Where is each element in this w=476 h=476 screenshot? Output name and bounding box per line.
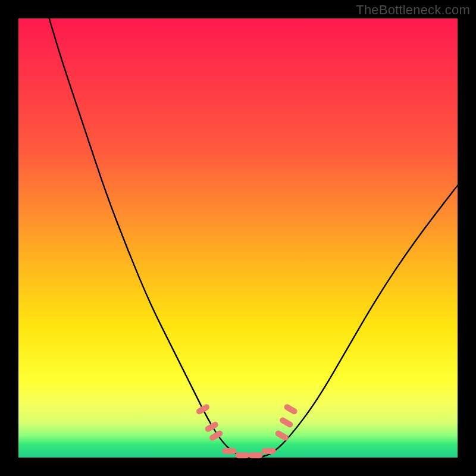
highlight-dot xyxy=(195,403,211,415)
highlight-dot xyxy=(274,430,290,442)
highlight-dot xyxy=(278,416,294,429)
highlight-dot xyxy=(222,448,236,454)
highlight-dot xyxy=(283,403,299,415)
bottleneck-curve xyxy=(49,18,458,458)
plot-area xyxy=(18,18,458,458)
chart-frame: TheBottleneck.com xyxy=(0,0,476,476)
highlight-dot xyxy=(262,448,276,454)
curve-layer xyxy=(18,18,458,458)
highlight-dot xyxy=(235,452,249,458)
watermark-text: TheBottleneck.com xyxy=(356,2,470,18)
highlight-dot xyxy=(249,452,263,458)
highlight-dots xyxy=(195,403,298,458)
highlight-dot xyxy=(204,421,220,433)
